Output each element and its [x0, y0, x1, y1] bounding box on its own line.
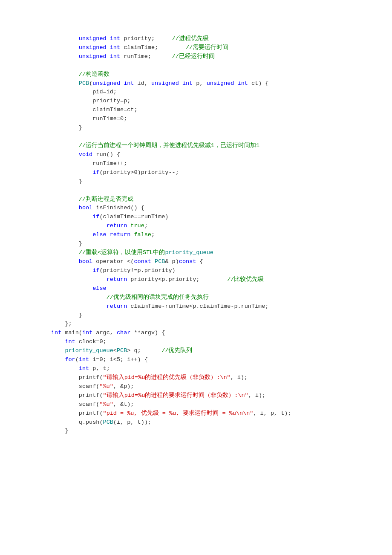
- line-1: unsigned int priority; //进程优先级 unsigned …: [51, 35, 291, 434]
- code-viewer: unsigned int priority; //进程优先级 unsigned …: [51, 26, 392, 445]
